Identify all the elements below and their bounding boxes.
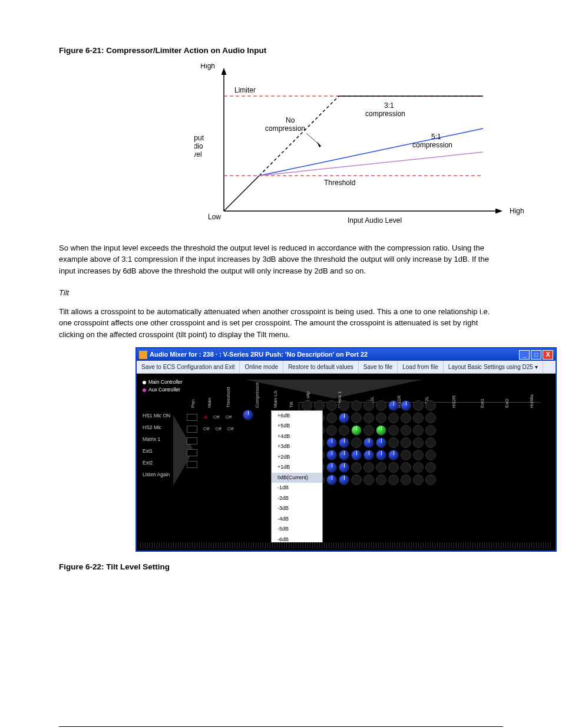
svg-text:3:1compression: 3:1compression <box>365 101 405 118</box>
toolbar-load-file[interactable]: Load from file <box>398 361 444 373</box>
tilt-option[interactable]: +6dB <box>272 411 322 421</box>
mixer-canvas: Main Controller Aux Controller Pan Main … <box>137 374 556 551</box>
app-icon <box>139 351 147 359</box>
window-title: Audio Mixer for : 238 · : V-Series 2RU P… <box>150 350 368 360</box>
tilt-option[interactable]: -3dB <box>272 503 322 514</box>
svg-text:Limiter: Limiter <box>234 86 256 94</box>
close-button[interactable]: X <box>543 350 553 360</box>
tilt-option[interactable]: +2dB <box>272 452 322 463</box>
x-low-label: Low <box>208 213 221 221</box>
tilt-option[interactable]: -1dB <box>272 483 322 493</box>
tilt-option[interactable]: -4dB <box>272 514 322 525</box>
tilt-option[interactable]: +3dB <box>272 442 322 452</box>
figure-caption-1: Figure 6-21: Compressor/Limiter Action o… <box>59 45 503 57</box>
compressor-chart: High Low High OutputAudiolevel Input Aud… <box>194 64 503 235</box>
toolbar-restore-defaults[interactable]: Restore to default values <box>283 361 359 373</box>
tilt-option[interactable]: -2dB <box>272 493 322 504</box>
subhead-tilt: Tilt <box>59 287 503 299</box>
tilt-option[interactable]: -5dB <box>272 524 322 535</box>
param-box[interactable] <box>187 461 197 468</box>
legend: Main Controller Aux Controller <box>143 378 183 394</box>
toolbar-save-file[interactable]: Save to file <box>359 361 398 373</box>
row-labels: HS1 Mic ON HS2 Mic Matrix 1 Ext1 Ext2 Li… <box>143 412 170 483</box>
svg-line-5 <box>259 96 339 176</box>
tilt-option[interactable]: +1dB <box>272 462 322 473</box>
audio-mixer-window: Audio Mixer for : 238 · : V-Series 2RU P… <box>135 347 557 552</box>
tilt-dropdown-menu[interactable]: +6dB +5dB +4dB +3dB +2dB +1dB 0dB(Curren… <box>271 410 323 546</box>
tilt-option-selected[interactable]: 0dB(Current) <box>272 473 322 483</box>
svg-text:Threshold: Threshold <box>324 179 355 187</box>
toolbar-layout-settings[interactable]: Layout Basic Settings using D25 ▾ <box>444 361 543 373</box>
svg-line-7 <box>259 129 483 176</box>
tilt-option[interactable]: +4dB <box>272 431 322 442</box>
figure-caption-2: Figure 6-22: Tilt Level Setting <box>59 561 503 573</box>
svg-text:Nocompression: Nocompression <box>265 116 305 133</box>
svg-text:Input Audio Level: Input Audio Level <box>348 216 402 225</box>
window-titlebar[interactable]: Audio Mixer for : 238 · : V-Series 2RU P… <box>137 348 556 361</box>
svg-text:5:1compression: 5:1compression <box>412 133 452 149</box>
svg-text:OutputAudiolevel: OutputAudiolevel <box>194 134 204 159</box>
toolbar-online-mode[interactable]: Online mode <box>240 361 283 373</box>
param-box[interactable] <box>187 426 197 433</box>
param-box[interactable] <box>187 437 197 444</box>
svg-line-4 <box>224 176 259 211</box>
tilt-option[interactable]: +5dB <box>272 421 322 431</box>
input-param-boxes: -6OffOff OffOffOff <box>187 411 234 470</box>
maximize-button[interactable]: □ <box>531 350 541 360</box>
param-box[interactable] <box>187 414 197 421</box>
minimize-button[interactable]: _ <box>519 350 530 360</box>
body-paragraph-2: Tilt allows a crosspoint to be automatic… <box>59 306 503 341</box>
toolbar: Save to ECS Configuration and Exit Onlin… <box>137 361 556 374</box>
toolbar-save-exit[interactable]: Save to ECS Configuration and Exit <box>137 361 240 373</box>
y-high-label: High <box>200 64 215 70</box>
param-box[interactable] <box>187 449 197 456</box>
svg-marker-15 <box>317 141 321 147</box>
x-high-label: High <box>510 207 524 215</box>
svg-line-8 <box>259 152 483 176</box>
tilt-knob[interactable] <box>243 410 253 420</box>
body-paragraph-1: So when the input level exceeds the thre… <box>59 242 503 277</box>
ruler <box>140 542 552 548</box>
